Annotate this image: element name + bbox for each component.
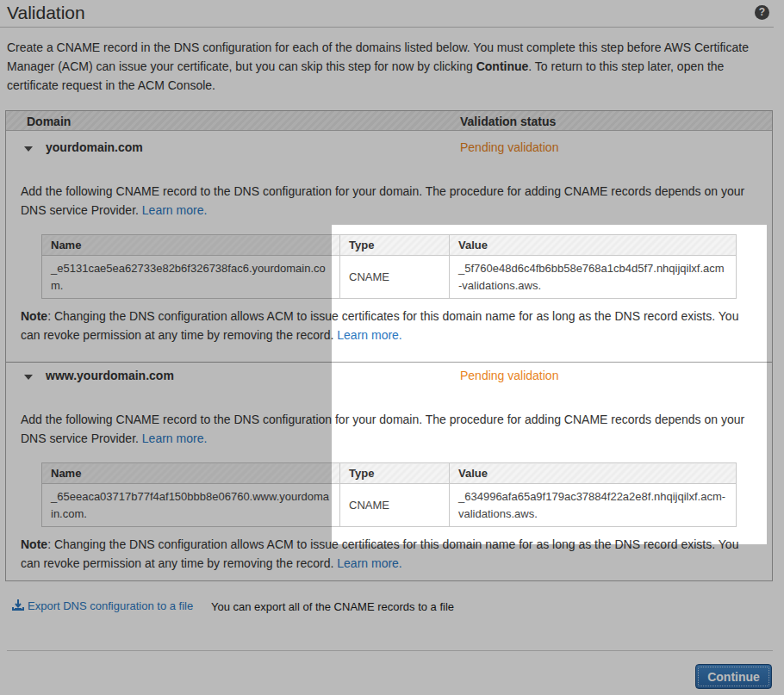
- cname-instructions: Add the following CNAME record to the DN…: [21, 182, 758, 220]
- footer-divider: [7, 650, 773, 651]
- status-badge: Pending validation: [460, 140, 558, 154]
- download-icon: [12, 599, 24, 611]
- validation-table: Domain Validation status yourdomain.com …: [5, 110, 773, 581]
- learn-more-link[interactable]: Learn more.: [142, 203, 207, 217]
- record-value-value: _5f760e48d6c4fb6bb58e768a1cb4d5f7.nhqijq…: [450, 256, 737, 299]
- collapse-arrow-icon[interactable]: [24, 375, 33, 380]
- record-header-row: Name Type Value: [42, 463, 737, 484]
- note-label: Note: [21, 537, 47, 551]
- domain-row-yourdomain[interactable]: yourdomain.com: [46, 140, 143, 154]
- status-badge: Pending validation: [460, 369, 558, 382]
- cname-instructions-text: Add the following CNAME record to the DN…: [21, 184, 744, 217]
- row-divider: [6, 362, 772, 363]
- continue-button[interactable]: Continue: [695, 664, 772, 689]
- record-col-name: Name: [42, 463, 340, 484]
- record-type-value: CNAME: [340, 484, 450, 527]
- record-value-value: _634996afa65a9f179ac37884f22a2e8f.nhqijq…: [450, 484, 737, 527]
- learn-more-link[interactable]: Learn more.: [337, 556, 401, 570]
- column-header-domain: Domain: [27, 115, 71, 128]
- record-row: _65eeaca03717b77f4af150bbb8e06760.www.yo…: [42, 484, 737, 527]
- record-header-row: Name Type Value: [42, 235, 737, 256]
- record-col-type: Type: [340, 463, 450, 484]
- intro-continue-emphasis: Continue: [476, 59, 529, 73]
- record-name-value: _65eeaca03717b77f4af150bbb8e06760.www.yo…: [42, 484, 340, 527]
- record-name-value: _e5131cae5ea62733e82b6f326738fac6.yourdo…: [42, 256, 340, 299]
- title-divider: [0, 27, 774, 28]
- record-col-value: Value: [450, 235, 737, 256]
- record-type-value: CNAME: [340, 256, 450, 299]
- export-hint-text: You can export all of the CNAME records …: [211, 600, 454, 613]
- cname-instructions: Add the following CNAME record to the DN…: [21, 410, 758, 448]
- record-row: _e5131cae5ea62733e82b6f326738fac6.yourdo…: [42, 256, 737, 299]
- page-title: Validation: [7, 3, 85, 23]
- export-dns-link[interactable]: Export DNS configuration to a file: [28, 599, 193, 612]
- note-label: Note: [21, 309, 47, 323]
- help-icon[interactable]: ?: [755, 5, 769, 20]
- export-dns-row: Export DNS configuration to a file: [12, 598, 193, 615]
- column-header-validation-status: Validation status: [460, 115, 556, 128]
- record-col-type: Type: [340, 235, 450, 256]
- cname-record-table: Name Type Value _65eeaca03717b77f4af150b…: [41, 462, 737, 527]
- cname-record-table: Name Type Value _e5131cae5ea62733e82b6f3…: [41, 234, 737, 299]
- validation-table-header: Domain Validation status: [6, 111, 772, 131]
- domain-row-www-yourdomain[interactable]: www.yourdomain.com: [46, 369, 174, 382]
- intro-text: Create a CNAME record in the DNS configu…: [7, 38, 768, 95]
- collapse-arrow-icon[interactable]: [24, 146, 33, 152]
- dns-note: Note: Changing the DNS configuration all…: [21, 535, 758, 573]
- learn-more-link[interactable]: Learn more.: [337, 328, 401, 342]
- cname-instructions-text: Add the following CNAME record to the DN…: [21, 413, 744, 445]
- record-col-value: Value: [450, 463, 737, 484]
- record-col-name: Name: [42, 235, 340, 256]
- acm-validation-page: Validation ? Create a CNAME record in th…: [0, 0, 784, 695]
- learn-more-link[interactable]: Learn more.: [142, 431, 207, 445]
- dns-note: Note: Changing the DNS configuration all…: [21, 307, 758, 344]
